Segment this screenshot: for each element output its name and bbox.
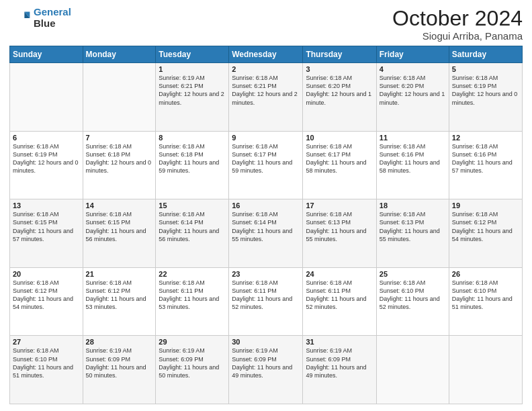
calendar-cell: 5Sunrise: 6:18 AMSunset: 6:19 PMDaylight… xyxy=(449,63,522,132)
calendar-cell: 31Sunrise: 6:19 AMSunset: 6:09 PMDayligh… xyxy=(303,336,376,404)
week-row-1: 6Sunrise: 6:18 AMSunset: 6:19 PMDaylight… xyxy=(10,131,523,199)
day-number: 21 xyxy=(86,270,153,278)
day-number: 30 xyxy=(232,338,300,346)
calendar-cell: 7Sunrise: 6:18 AMSunset: 6:18 PMDaylight… xyxy=(83,131,156,199)
day-info: Sunrise: 6:18 AMSunset: 6:15 PMDaylight:… xyxy=(13,210,80,243)
week-row-3: 20Sunrise: 6:18 AMSunset: 6:12 PMDayligh… xyxy=(10,267,523,336)
calendar-cell: 13Sunrise: 6:18 AMSunset: 6:15 PMDayligh… xyxy=(10,199,83,268)
calendar-cell: 26Sunrise: 6:18 AMSunset: 6:10 PMDayligh… xyxy=(449,267,522,336)
calendar-cell: 6Sunrise: 6:18 AMSunset: 6:19 PMDaylight… xyxy=(10,131,83,199)
calendar-cell: 14Sunrise: 6:18 AMSunset: 6:15 PMDayligh… xyxy=(83,199,156,268)
day-info: Sunrise: 6:19 AMSunset: 6:21 PMDaylight:… xyxy=(159,74,226,107)
calendar-cell xyxy=(10,63,83,132)
day-number: 12 xyxy=(452,134,519,142)
day-info: Sunrise: 6:19 AMSunset: 6:09 PMDaylight:… xyxy=(159,347,226,379)
day-number: 15 xyxy=(159,201,226,210)
calendar-cell xyxy=(449,336,522,404)
calendar-cell: 27Sunrise: 6:18 AMSunset: 6:10 PMDayligh… xyxy=(10,336,83,404)
day-info: Sunrise: 6:18 AMSunset: 6:18 PMDaylight:… xyxy=(159,142,226,175)
calendar-cell: 23Sunrise: 6:18 AMSunset: 6:11 PMDayligh… xyxy=(229,267,303,336)
calendar-cell: 3Sunrise: 6:18 AMSunset: 6:20 PMDaylight… xyxy=(303,63,376,132)
day-number: 8 xyxy=(159,134,226,142)
day-info: Sunrise: 6:18 AMSunset: 6:14 PMDaylight:… xyxy=(159,210,226,243)
calendar-cell: 22Sunrise: 6:18 AMSunset: 6:11 PMDayligh… xyxy=(156,267,229,336)
day-info: Sunrise: 6:19 AMSunset: 6:09 PMDaylight:… xyxy=(306,347,373,379)
day-number: 25 xyxy=(380,270,446,278)
calendar-cell: 30Sunrise: 6:19 AMSunset: 6:09 PMDayligh… xyxy=(229,336,303,404)
day-info: Sunrise: 6:18 AMSunset: 6:13 PMDaylight:… xyxy=(306,210,373,243)
day-info: Sunrise: 6:18 AMSunset: 6:20 PMDaylight:… xyxy=(306,74,373,107)
day-number: 3 xyxy=(306,65,373,73)
day-number: 31 xyxy=(306,338,373,346)
calendar-cell: 18Sunrise: 6:18 AMSunset: 6:13 PMDayligh… xyxy=(376,199,449,268)
day-number: 11 xyxy=(380,134,446,142)
day-number: 17 xyxy=(306,201,373,210)
header-row: SundayMondayTuesdayWednesdayThursdayFrid… xyxy=(10,46,523,63)
header-day-monday: Monday xyxy=(83,46,156,63)
calendar-cell: 4Sunrise: 6:18 AMSunset: 6:20 PMDaylight… xyxy=(376,63,449,132)
day-number: 5 xyxy=(452,65,519,73)
calendar-cell: 8Sunrise: 6:18 AMSunset: 6:18 PMDaylight… xyxy=(156,131,229,199)
day-info: Sunrise: 6:19 AMSunset: 6:09 PMDaylight:… xyxy=(232,347,300,379)
calendar-cell: 16Sunrise: 6:18 AMSunset: 6:14 PMDayligh… xyxy=(229,199,303,268)
day-info: Sunrise: 6:18 AMSunset: 6:16 PMDaylight:… xyxy=(452,142,519,175)
logo-text: General Blue xyxy=(34,7,71,29)
day-number: 23 xyxy=(232,270,300,278)
calendar-subtitle: Siogui Arriba, Panama xyxy=(392,30,523,42)
day-info: Sunrise: 6:18 AMSunset: 6:17 PMDaylight:… xyxy=(232,142,300,175)
header-day-saturday: Saturday xyxy=(449,46,522,63)
day-number: 28 xyxy=(86,338,153,346)
day-number: 18 xyxy=(380,201,446,210)
logo-icon xyxy=(9,7,31,29)
calendar-cell: 28Sunrise: 6:19 AMSunset: 6:09 PMDayligh… xyxy=(83,336,156,404)
day-number: 29 xyxy=(159,338,226,346)
calendar-cell: 9Sunrise: 6:18 AMSunset: 6:17 PMDaylight… xyxy=(229,131,303,199)
day-number: 7 xyxy=(86,134,153,142)
day-info: Sunrise: 6:18 AMSunset: 6:19 PMDaylight:… xyxy=(452,74,519,107)
calendar-cell xyxy=(376,336,449,404)
week-row-4: 27Sunrise: 6:18 AMSunset: 6:10 PMDayligh… xyxy=(10,336,523,404)
day-number: 4 xyxy=(380,65,446,73)
week-row-0: 1Sunrise: 6:19 AMSunset: 6:21 PMDaylight… xyxy=(10,63,523,132)
day-number: 9 xyxy=(232,134,300,142)
day-number: 26 xyxy=(452,270,519,278)
day-info: Sunrise: 6:18 AMSunset: 6:12 PMDaylight:… xyxy=(86,279,153,312)
calendar-cell: 21Sunrise: 6:18 AMSunset: 6:12 PMDayligh… xyxy=(83,267,156,336)
day-number: 10 xyxy=(306,134,373,142)
calendar-cell: 2Sunrise: 6:18 AMSunset: 6:21 PMDaylight… xyxy=(229,63,303,132)
header: General Blue October 2024 Siogui Arriba,… xyxy=(9,7,523,42)
day-number: 27 xyxy=(13,338,80,346)
day-info: Sunrise: 6:18 AMSunset: 6:18 PMDaylight:… xyxy=(86,142,153,175)
calendar-cell: 25Sunrise: 6:18 AMSunset: 6:10 PMDayligh… xyxy=(376,267,449,336)
day-number: 22 xyxy=(159,270,226,278)
calendar-body: 1Sunrise: 6:19 AMSunset: 6:21 PMDaylight… xyxy=(10,63,523,404)
calendar-cell: 15Sunrise: 6:18 AMSunset: 6:14 PMDayligh… xyxy=(156,199,229,268)
calendar-header: SundayMondayTuesdayWednesdayThursdayFrid… xyxy=(10,46,523,63)
calendar-cell: 20Sunrise: 6:18 AMSunset: 6:12 PMDayligh… xyxy=(10,267,83,336)
calendar-title: October 2024 xyxy=(392,7,523,30)
calendar-cell: 24Sunrise: 6:18 AMSunset: 6:11 PMDayligh… xyxy=(303,267,376,336)
calendar-cell: 12Sunrise: 6:18 AMSunset: 6:16 PMDayligh… xyxy=(449,131,522,199)
day-info: Sunrise: 6:18 AMSunset: 6:10 PMDaylight:… xyxy=(13,347,80,379)
page: General Blue October 2024 Siogui Arriba,… xyxy=(0,0,532,411)
calendar-cell: 10Sunrise: 6:18 AMSunset: 6:17 PMDayligh… xyxy=(303,131,376,199)
day-info: Sunrise: 6:18 AMSunset: 6:12 PMDaylight:… xyxy=(13,279,80,312)
day-number: 16 xyxy=(232,201,300,210)
day-number: 20 xyxy=(13,270,80,278)
day-info: Sunrise: 6:18 AMSunset: 6:11 PMDaylight:… xyxy=(232,279,300,312)
calendar-cell: 1Sunrise: 6:19 AMSunset: 6:21 PMDaylight… xyxy=(156,63,229,132)
day-number: 2 xyxy=(232,65,300,73)
day-info: Sunrise: 6:18 AMSunset: 6:11 PMDaylight:… xyxy=(159,279,226,312)
day-info: Sunrise: 6:18 AMSunset: 6:14 PMDaylight:… xyxy=(232,210,300,243)
day-info: Sunrise: 6:18 AMSunset: 6:20 PMDaylight:… xyxy=(380,74,446,107)
week-row-2: 13Sunrise: 6:18 AMSunset: 6:15 PMDayligh… xyxy=(10,199,523,268)
day-info: Sunrise: 6:18 AMSunset: 6:21 PMDaylight:… xyxy=(232,74,300,107)
day-info: Sunrise: 6:18 AMSunset: 6:19 PMDaylight:… xyxy=(13,142,80,175)
day-number: 6 xyxy=(13,134,80,142)
day-info: Sunrise: 6:18 AMSunset: 6:10 PMDaylight:… xyxy=(380,279,446,312)
day-info: Sunrise: 6:18 AMSunset: 6:11 PMDaylight:… xyxy=(306,279,373,312)
header-day-thursday: Thursday xyxy=(303,46,376,63)
day-info: Sunrise: 6:18 AMSunset: 6:10 PMDaylight:… xyxy=(452,279,519,312)
calendar-cell: 19Sunrise: 6:18 AMSunset: 6:12 PMDayligh… xyxy=(449,199,522,268)
calendar-cell: 29Sunrise: 6:19 AMSunset: 6:09 PMDayligh… xyxy=(156,336,229,404)
